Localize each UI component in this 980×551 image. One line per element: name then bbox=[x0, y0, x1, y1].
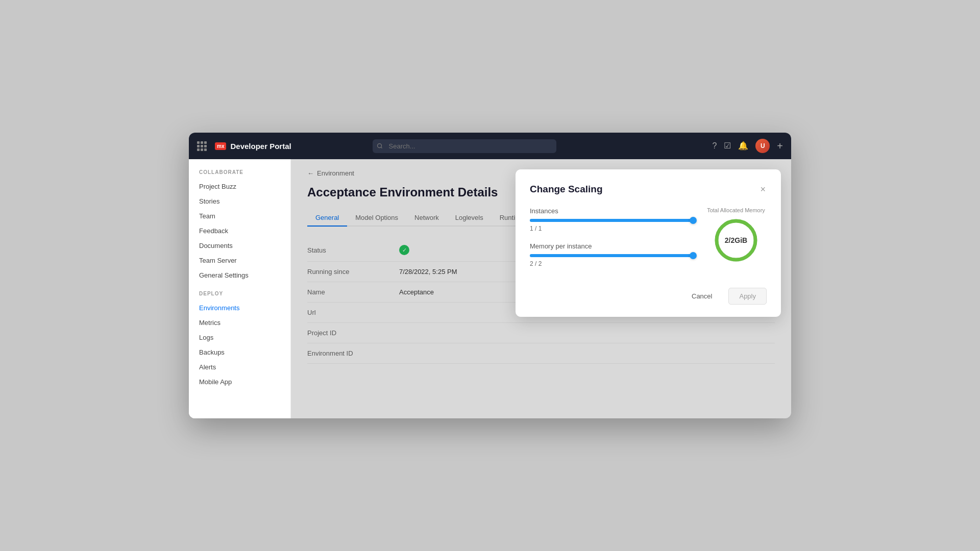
sidebar-item-feedback[interactable]: Feedback bbox=[189, 223, 290, 238]
add-icon[interactable]: + bbox=[777, 141, 783, 151]
sidebar-item-backups[interactable]: Backups bbox=[189, 345, 290, 360]
memory-slider-thumb bbox=[690, 252, 697, 259]
modal-sliders: Instances 1 / 1 Memory per in bbox=[530, 207, 693, 278]
app-logo: mx Developer Portal bbox=[215, 142, 291, 151]
help-icon[interactable]: ? bbox=[712, 142, 717, 150]
sidebar-item-general-settings[interactable]: General Settings bbox=[189, 268, 290, 283]
sidebar: COLLABORATE Project Buzz Stories Team Fe… bbox=[189, 159, 291, 418]
avatar[interactable]: U bbox=[755, 139, 770, 153]
task-icon[interactable]: ☑ bbox=[724, 142, 731, 150]
memory-slider-group: Memory per instance 2 / 2 bbox=[530, 242, 693, 267]
memory-label: Memory per instance bbox=[530, 242, 693, 250]
modal-footer: Cancel Apply bbox=[530, 288, 767, 305]
main-layout: COLLABORATE Project Buzz Stories Team Fe… bbox=[189, 159, 791, 418]
browser-window: mx Developer Portal ? ☑ 🔔 U + COLLABORAT… bbox=[189, 133, 791, 418]
memory-value: 2 / 2 bbox=[530, 260, 693, 267]
sidebar-item-logs[interactable]: Logs bbox=[189, 330, 290, 345]
change-scaling-modal: Change Scaling × Instances bbox=[516, 169, 781, 317]
sidebar-item-stories[interactable]: Stories bbox=[189, 194, 290, 209]
circle-chart: 2/2GiB bbox=[713, 217, 759, 263]
memory-slider-track[interactable] bbox=[530, 254, 693, 257]
modal-overlay: Change Scaling × Instances bbox=[291, 159, 791, 418]
instances-value: 1 / 1 bbox=[530, 225, 693, 232]
grid-icon[interactable] bbox=[197, 141, 207, 151]
circle-label: Total Allocated Memory bbox=[707, 207, 765, 213]
modal-body: Instances 1 / 1 Memory per in bbox=[530, 207, 767, 278]
search-icon bbox=[377, 143, 383, 149]
sidebar-item-environments[interactable]: Environments bbox=[189, 300, 290, 315]
svg-line-1 bbox=[381, 147, 382, 148]
instances-slider-track[interactable] bbox=[530, 219, 693, 222]
logo-box: mx bbox=[215, 142, 226, 150]
deploy-section-label: DEPLOY bbox=[189, 291, 290, 300]
sidebar-item-team-server[interactable]: Team Server bbox=[189, 253, 290, 268]
sidebar-item-documents[interactable]: Documents bbox=[189, 238, 290, 253]
memory-slider-fill bbox=[530, 254, 693, 257]
modal-close-button[interactable]: × bbox=[759, 184, 767, 195]
sidebar-item-project-buzz[interactable]: Project Buzz bbox=[189, 179, 290, 194]
topbar: mx Developer Portal ? ☑ 🔔 U + bbox=[189, 133, 791, 159]
apply-button[interactable]: Apply bbox=[728, 288, 767, 305]
modal-header: Change Scaling × bbox=[530, 184, 767, 195]
sidebar-item-team[interactable]: Team bbox=[189, 209, 290, 223]
content-area: ← Environment Acceptance Environment Det… bbox=[291, 159, 791, 418]
topbar-actions: ? ☑ 🔔 U + bbox=[712, 139, 783, 153]
sidebar-item-alerts[interactable]: Alerts bbox=[189, 360, 290, 374]
instances-label: Instances bbox=[530, 207, 693, 215]
instances-slider-thumb bbox=[690, 217, 697, 224]
circle-value: 2/2GiB bbox=[725, 236, 747, 244]
instances-slider-fill bbox=[530, 219, 693, 222]
app-name: Developer Portal bbox=[230, 142, 291, 151]
sidebar-item-metrics[interactable]: Metrics bbox=[189, 315, 290, 330]
notification-icon[interactable]: 🔔 bbox=[738, 142, 748, 150]
sidebar-item-mobile-app[interactable]: Mobile App bbox=[189, 374, 290, 389]
search-input[interactable] bbox=[373, 139, 556, 153]
cancel-button[interactable]: Cancel bbox=[681, 288, 722, 305]
instances-slider-group: Instances 1 / 1 bbox=[530, 207, 693, 232]
modal-title: Change Scaling bbox=[530, 184, 603, 195]
search-area bbox=[373, 139, 556, 153]
collaborate-section-label: COLLABORATE bbox=[189, 169, 290, 179]
svg-point-0 bbox=[377, 144, 381, 148]
circle-area: Total Allocated Memory 2/2GiB bbox=[705, 207, 767, 278]
